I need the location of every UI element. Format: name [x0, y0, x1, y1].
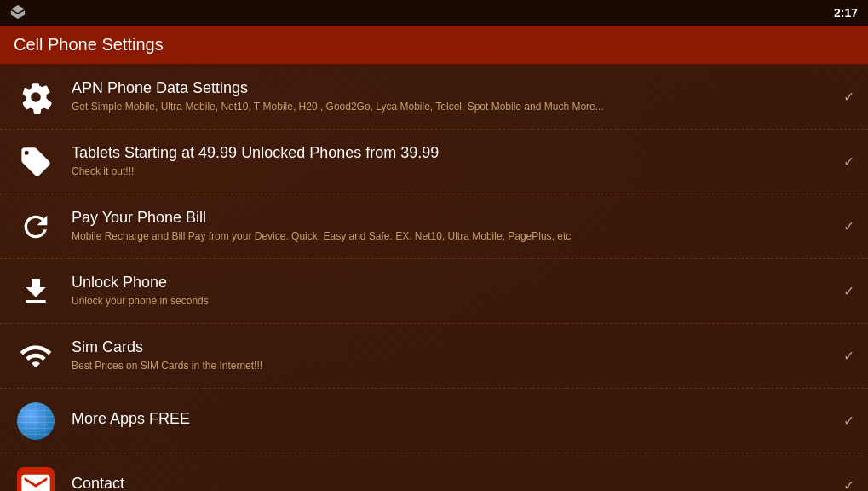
- menu-item-contact[interactable]: Contact ✓: [0, 453, 868, 491]
- title-bar: Cell Phone Settings: [0, 26, 868, 65]
- chevron-icon: ✓: [843, 153, 854, 170]
- moreapps-title: More Apps FREE: [72, 410, 836, 428]
- tablets-subtitle: Check it out!!!: [72, 165, 836, 179]
- billpay-title: Pay Your Phone Bill: [72, 209, 836, 227]
- simcards-subtitle: Best Prices on SIM Cards in the Internet…: [72, 360, 836, 373]
- chevron-icon: ✓: [843, 413, 854, 429]
- menu-item-apn[interactable]: APN Phone Data Settings Get Simple Mobil…: [0, 65, 868, 130]
- billpay-text: Pay Your Phone Bill Mobile Recharge and …: [72, 209, 836, 244]
- unlock-subtitle: Unlock your phone in seconds: [72, 295, 836, 309]
- menu-item-unlock[interactable]: Unlock Phone Unlock your phone in second…: [0, 259, 868, 324]
- simcards-title: Sim Cards: [72, 338, 836, 356]
- menu-item-simcards[interactable]: Sim Cards Best Prices on SIM Cards in th…: [0, 324, 868, 389]
- globe-icon: [14, 399, 58, 443]
- menu-item-tablets[interactable]: Tablets Starting at 49.99 Unlocked Phone…: [0, 130, 868, 194]
- chevron-icon: ✓: [843, 89, 854, 105]
- unlock-text: Unlock Phone Unlock your phone in second…: [72, 274, 836, 309]
- signal-icon: [14, 334, 58, 378]
- chevron-icon: ✓: [843, 283, 854, 299]
- contact-text: Contact: [72, 475, 836, 491]
- menu-item-moreapps[interactable]: More Apps FREE ✓: [0, 389, 868, 453]
- chevron-icon: ✓: [843, 348, 854, 364]
- download-icon: [14, 269, 58, 314]
- billpay-subtitle: Mobile Recharge and Bill Pay from your D…: [72, 230, 836, 244]
- apn-text: APN Phone Data Settings Get Simple Mobil…: [72, 79, 836, 114]
- dropbox-icon: [10, 4, 26, 22]
- tablets-title: Tablets Starting at 49.99 Unlocked Phone…: [72, 144, 836, 162]
- tag-icon: [14, 140, 58, 184]
- contact-title: Contact: [72, 475, 836, 491]
- apn-title: APN Phone Data Settings: [72, 79, 836, 97]
- status-bar: 2:17: [0, 0, 868, 26]
- status-time: 2:17: [834, 6, 858, 20]
- apn-subtitle: Get Simple Mobile, Ultra Mobile, Net10, …: [72, 101, 836, 114]
- status-left: [10, 4, 26, 22]
- tablets-text: Tablets Starting at 49.99 Unlocked Phone…: [72, 144, 836, 179]
- moreapps-text: More Apps FREE: [72, 410, 836, 431]
- menu-item-billpay[interactable]: Pay Your Phone Bill Mobile Recharge and …: [0, 194, 868, 259]
- menu-list: APN Phone Data Settings Get Simple Mobil…: [0, 65, 868, 491]
- gear-icon: [14, 75, 58, 119]
- unlock-title: Unlock Phone: [72, 274, 836, 292]
- chevron-icon: ✓: [843, 477, 854, 491]
- refresh-icon: [14, 205, 58, 249]
- chevron-icon: ✓: [843, 218, 854, 234]
- page-title: Cell Phone Settings: [14, 35, 164, 55]
- simcards-text: Sim Cards Best Prices on SIM Cards in th…: [72, 338, 836, 373]
- contact-icon: [14, 464, 58, 492]
